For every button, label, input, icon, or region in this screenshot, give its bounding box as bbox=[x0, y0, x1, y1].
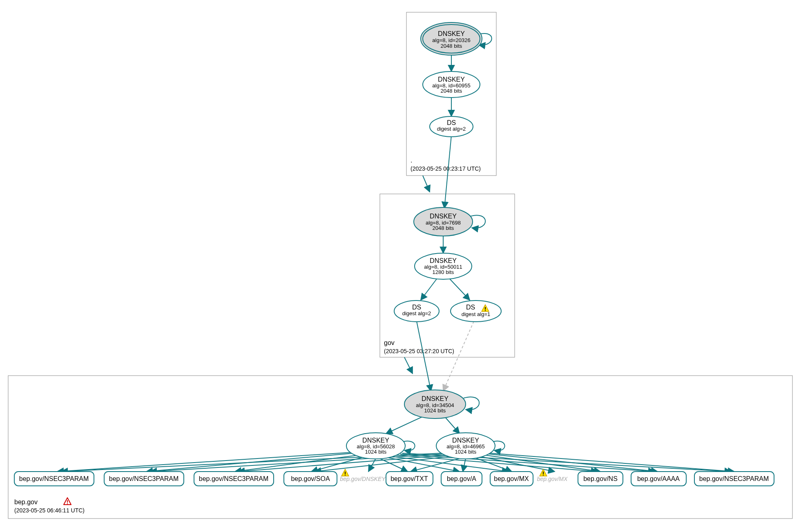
edge-zsk2-r5 bbox=[411, 459, 460, 472]
rr-r9-label: bep.gov/AAAA bbox=[637, 475, 680, 482]
node-root-ds[interactable]: DS digest alg=2 bbox=[430, 116, 473, 137]
rr-r4-label: bep.gov/SOA bbox=[291, 475, 330, 482]
zone-time-gov: (2023-05-25 03:27:20 UTC) bbox=[384, 348, 454, 354]
node-bep-zsk2-l2: 1024 bits bbox=[455, 449, 477, 455]
rr-r7-label: bep.gov/MX bbox=[494, 475, 529, 482]
rr-r7[interactable]: bep.gov/MX bbox=[490, 472, 533, 486]
zone-label-bep: bep.gov bbox=[14, 499, 38, 505]
node-gov-ksk-l2: 2048 bits bbox=[433, 225, 454, 231]
rr-r10[interactable]: bep.gov/NSEC3PARAM bbox=[694, 472, 774, 486]
edge-gov-zsk-ds2 bbox=[449, 278, 470, 300]
edge-bep-ksk-zsk2 bbox=[445, 417, 460, 434]
edge-gov-ds2-bep-ksk-dashed bbox=[443, 321, 474, 391]
node-gov-ds2-title: DS bbox=[466, 304, 475, 311]
node-gov-zsk-title: DNSKEY bbox=[430, 257, 457, 264]
rr-r4[interactable]: bep.gov/SOA bbox=[284, 472, 337, 486]
rr-r3-label: bep.gov/NSEC3PARAM bbox=[199, 475, 268, 482]
rr-g1: bep.gov/DNSKEY bbox=[340, 469, 386, 482]
node-gov-zsk[interactable]: DNSKEY alg=8, id=50011 1280 bits bbox=[415, 253, 472, 279]
node-bep-ksk-l2: 1024 bits bbox=[424, 407, 446, 414]
rr-g1-label: bep.gov/DNSKEY bbox=[340, 476, 386, 482]
rr-r8[interactable]: bep.gov/NS bbox=[578, 472, 623, 486]
node-gov-ds2-l1: digest alg=1 bbox=[462, 311, 490, 317]
node-root-ds-l1: digest alg=2 bbox=[437, 126, 466, 132]
rr-r5[interactable]: bep.gov/TXT bbox=[386, 472, 433, 486]
node-bep-ksk[interactable]: DNSKEY alg=8, id=34504 1024 bits bbox=[404, 390, 466, 418]
rr-g2-label: bep.gov/MX bbox=[537, 476, 568, 482]
node-root-ksk-title: DNSKEY bbox=[438, 30, 465, 37]
edge-zsk1-r8 bbox=[398, 455, 598, 472]
node-root-zsk-l2: 2048 bits bbox=[441, 88, 462, 94]
warning-icon bbox=[341, 469, 349, 476]
node-root-zsk[interactable]: DNSKEY alg=8, id=60955 2048 bits bbox=[423, 71, 480, 98]
rr-r9[interactable]: bep.gov/AAAA bbox=[631, 472, 686, 486]
rr-r6[interactable]: bep.gov/A bbox=[441, 472, 482, 486]
node-root-ds-title: DS bbox=[447, 119, 456, 126]
edge-bep-ksk-zsk1 bbox=[386, 416, 425, 434]
node-gov-ds1-title: DS bbox=[412, 304, 421, 311]
rr-r5-label: bep.gov/TXT bbox=[390, 475, 428, 482]
edge-gov-to-bep-thick bbox=[404, 357, 413, 374]
edge-root-ds-gov-ksk bbox=[444, 136, 451, 208]
edge-gov-ds1-bep-ksk bbox=[417, 321, 431, 391]
error-icon bbox=[64, 498, 71, 505]
rr-r1-label: bep.gov/NSEC3PARAM bbox=[19, 475, 89, 482]
node-bep-zsk1-title: DNSKEY bbox=[362, 437, 389, 444]
node-bep-ksk-title: DNSKEY bbox=[422, 395, 448, 402]
zone-time-bep: (2023-05-25 06:46:11 UTC) bbox=[14, 507, 85, 514]
node-gov-ds1[interactable]: DS digest alg=2 bbox=[394, 301, 439, 322]
rr-r8-label: bep.gov/NS bbox=[583, 475, 618, 482]
rr-r10-label: bep.gov/NSEC3PARAM bbox=[699, 475, 769, 482]
node-root-zsk-title: DNSKEY bbox=[438, 76, 465, 83]
node-gov-ds2[interactable]: DS digest alg=1 bbox=[451, 301, 501, 322]
node-root-ksk[interactable]: DNSKEY alg=8, id=20326 2048 bits bbox=[421, 22, 482, 55]
rr-r2-label: bep.gov/NSEC3PARAM bbox=[109, 475, 178, 482]
rr-r3[interactable]: bep.gov/NSEC3PARAM bbox=[194, 472, 274, 486]
node-bep-zsk2[interactable]: DNSKEY alg=8, id=46965 1024 bits bbox=[436, 433, 495, 459]
node-bep-zsk1[interactable]: DNSKEY alg=8, id=56028 1024 bits bbox=[346, 433, 405, 459]
edge-root-to-gov-thick bbox=[423, 176, 430, 192]
node-gov-ds1-l1: digest alg=2 bbox=[402, 310, 431, 316]
node-root-ksk-l2: 2048 bits bbox=[441, 43, 462, 49]
zone-label-gov: gov bbox=[384, 339, 395, 346]
node-gov-ksk[interactable]: DNSKEY alg=8, id=7698 2048 bits bbox=[414, 207, 473, 236]
zone-time-root: (2023-05-25 00:23:17 UTC) bbox=[411, 165, 481, 172]
rr-r2[interactable]: bep.gov/NSEC3PARAM bbox=[104, 472, 184, 486]
zone-label-root: . bbox=[411, 157, 412, 164]
edge-gov-zsk-ds1 bbox=[421, 278, 437, 300]
node-root-ksk-l1: alg=8, id=20326 bbox=[432, 37, 470, 43]
rr-r1[interactable]: bep.gov/NSEC3PARAM bbox=[14, 472, 94, 486]
node-bep-zsk1-l2: 1024 bits bbox=[365, 449, 387, 455]
node-gov-ksk-title: DNSKEY bbox=[430, 213, 457, 220]
node-gov-zsk-l2: 1280 bits bbox=[433, 269, 454, 275]
rr-r6-label: bep.gov/A bbox=[447, 475, 476, 482]
node-bep-zsk2-title: DNSKEY bbox=[452, 437, 479, 444]
